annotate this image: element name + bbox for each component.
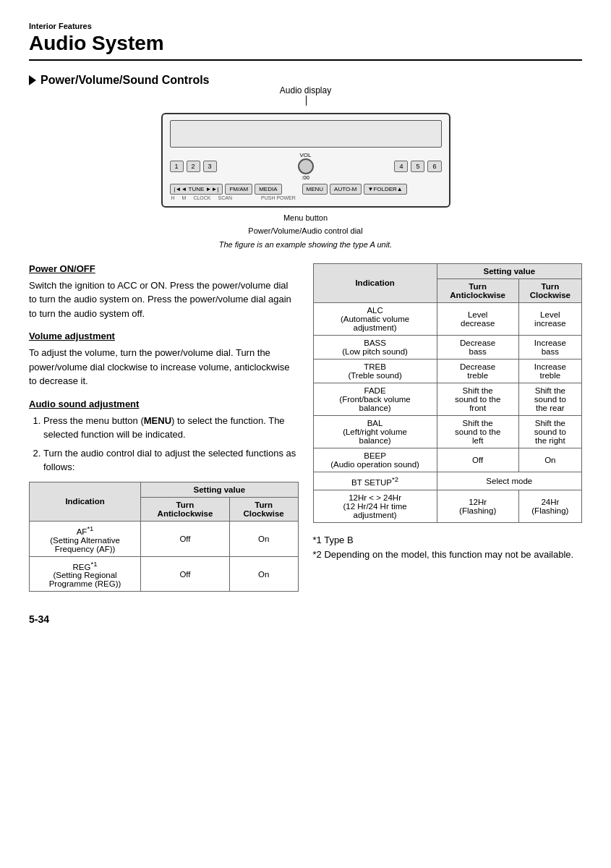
time-label: :00 — [302, 174, 309, 181]
menu-bold: MENU — [144, 415, 171, 426]
left-row1-anti: Off — [141, 521, 230, 556]
table-row: BEEP(Audio operation sound) Off On — [313, 448, 582, 472]
preset-btn-2[interactable]: 2 — [187, 161, 200, 172]
right-table-anti-header: TurnAnticlockwise — [437, 278, 518, 302]
audio-heading: Audio sound adjustment — [29, 399, 299, 409]
right-row3-anti: Decreasetreble — [437, 359, 518, 383]
right-row3-clock: Increasetreble — [518, 359, 581, 383]
right-row2-anti: Decreasebass — [437, 335, 518, 359]
fmam-btn[interactable]: FM/AM — [225, 184, 252, 195]
vol-label: VOL — [299, 152, 311, 158]
right-column: Indication Setting value TurnAnticlockwi… — [313, 263, 583, 592]
audio-steps: Press the menu button (MENU) to select t… — [29, 414, 299, 475]
right-table-indication-header: Indication — [313, 263, 437, 302]
page-number: 5-34 — [29, 613, 582, 625]
power-heading: Power ON/OFF — [29, 263, 299, 274]
step-2: Turn the audio control dial to adjust th… — [43, 446, 299, 475]
right-row2-indication: BASS(Low pitch sound) — [313, 335, 437, 359]
left-row2-clock: On — [229, 556, 298, 592]
right-row1-anti: Leveldecrease — [437, 302, 518, 335]
right-table-clock-header: TurnClockwise — [518, 278, 581, 302]
page-title: Audio System — [29, 32, 582, 61]
right-row6-indication: BEEP(Audio operation sound) — [313, 448, 437, 472]
right-row7-indication: BT SETUP*2 — [313, 472, 437, 490]
scan-label: SCAN — [218, 195, 232, 200]
vol-knob[interactable] — [298, 158, 314, 174]
right-row5-indication: BAL(Left/right volumebalance) — [313, 415, 437, 448]
left-row2-indication: REG*1(Setting RegionalProgramme (REG)) — [30, 556, 141, 592]
left-row1-clock: On — [229, 521, 298, 556]
clock-label: CLOCK — [193, 195, 210, 200]
left-table-clock-header: TurnClockwise — [229, 497, 298, 521]
display-screen — [170, 120, 442, 148]
table-row: AF*1(Setting AlternativeFrequency (AF)) … — [30, 521, 299, 556]
media-btn[interactable]: MEDIA — [255, 184, 281, 195]
h-label: H — [171, 195, 175, 200]
table-row: 12Hr < > 24Hr(12 Hr/24 Hr timeadjustment… — [313, 490, 582, 522]
table-row: REG*1(Setting RegionalProgramme (REG)) O… — [30, 556, 299, 592]
audio-display-label: Audio display — [280, 85, 331, 95]
volume-text: To adjust the volume, turn the power/vol… — [29, 346, 299, 388]
step-1: Press the menu button (MENU) to select t… — [43, 414, 299, 442]
right-row1-clock: Levelincrease — [518, 302, 581, 335]
right-row1-indication: ALC(Automatic volumeadjustment) — [313, 302, 437, 335]
footnote-2: *2 Depending on the model, this function… — [313, 548, 583, 563]
table-row: FADE(Front/back volumebalance) Shift the… — [313, 383, 582, 415]
section-label: Interior Features — [29, 22, 582, 30]
m-label: M — [182, 195, 187, 200]
volume-heading: Volume adjustment — [29, 331, 299, 341]
power-text: Switch the ignition to ACC or ON. Press … — [29, 278, 299, 321]
preset-btn-4[interactable]: 4 — [394, 161, 408, 172]
right-row4-anti: Shift thesound to thefront — [437, 383, 518, 415]
left-table-indication-header: Indication — [30, 482, 141, 521]
right-table: Indication Setting value TurnAnticlockwi… — [313, 263, 583, 523]
preset-btn-3[interactable]: 3 — [203, 161, 217, 172]
table-row: BT SETUP*2 Select mode — [313, 472, 582, 490]
tune-btn[interactable]: |◄◄ TUNE ►►| — [170, 184, 223, 195]
left-column: Power ON/OFF Switch the ignition to ACC … — [29, 263, 299, 592]
preset-btn-5[interactable]: 5 — [411, 161, 424, 172]
right-row6-anti: Off — [437, 448, 518, 472]
right-row7-merged: Select mode — [437, 472, 581, 490]
left-table-setting-header: Setting value — [141, 482, 298, 497]
left-row2-anti: Off — [141, 556, 230, 592]
right-row4-indication: FADE(Front/back volumebalance) — [313, 383, 437, 415]
right-row8-anti: 12Hr(Flashing) — [437, 490, 518, 522]
right-table-setting-header: Setting value — [437, 263, 581, 278]
diagram-container: Audio display 1 2 3 VOL :00 4 5 6 |◄◄ TU… — [29, 98, 582, 252]
autom-btn[interactable]: AUTO-M — [330, 184, 361, 195]
footnote-1: *1 Type B — [313, 533, 583, 548]
folder-btn[interactable]: ▼FOLDER▲ — [364, 184, 407, 195]
table-row: BAL(Left/right volumebalance) Shift thes… — [313, 415, 582, 448]
right-row8-clock: 24Hr(Flashing) — [518, 490, 581, 522]
table-row: ALC(Automatic volumeadjustment) Leveldec… — [313, 302, 582, 335]
push-power-label: PUSH POWER — [261, 195, 296, 200]
right-row6-clock: On — [518, 448, 581, 472]
preset-btn-6[interactable]: 6 — [427, 161, 441, 172]
table-row: TREB(Treble sound) Decreasetreble Increa… — [313, 359, 582, 383]
right-row4-clock: Shift thesound tothe rear — [518, 383, 581, 415]
footnotes: *1 Type B *2 Depending on the model, thi… — [313, 533, 583, 563]
preset-btn-1[interactable]: 1 — [170, 161, 184, 172]
right-row5-clock: Shift thesound tothe right — [518, 415, 581, 448]
right-row3-indication: TREB(Treble sound) — [313, 359, 437, 383]
table-row: BASS(Low pitch sound) Decreasebass Incre… — [313, 335, 582, 359]
right-row8-indication: 12Hr < > 24Hr(12 Hr/24 Hr timeadjustment… — [313, 490, 437, 522]
right-row2-clock: Increasebass — [518, 335, 581, 359]
left-row1-indication: AF*1(Setting AlternativeFrequency (AF)) — [30, 521, 141, 556]
audio-unit: 1 2 3 VOL :00 4 5 6 |◄◄ TUNE ►►| FM/AM M… — [161, 113, 450, 208]
menu-btn[interactable]: MENU — [302, 184, 328, 195]
left-table: Indication Setting value TurnAnticlockwi… — [29, 482, 299, 592]
left-table-anti-header: TurnAnticlockwise — [141, 497, 230, 521]
diagram-caption: Menu button Power/Volume/Audio control d… — [219, 212, 393, 252]
triangle-icon — [29, 75, 36, 85]
right-row5-anti: Shift thesound to theleft — [437, 415, 518, 448]
